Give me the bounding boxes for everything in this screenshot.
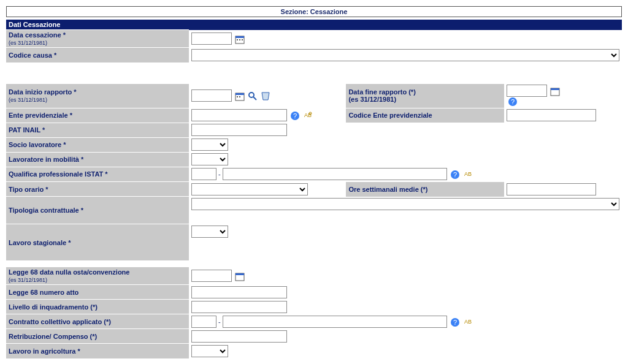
- retribuzione-input[interactable]: [191, 330, 287, 343]
- group-header-dati-cessazione: Dati Cessazione: [6, 20, 622, 30]
- label-socio: Socio lavoratore *: [6, 137, 189, 152]
- spell-icon[interactable]: AB: [303, 111, 313, 121]
- label-text: Legge 68 data nulla osta/convenzione: [9, 268, 129, 276]
- clear-icon[interactable]: [261, 91, 270, 101]
- tipo-orario-select[interactable]: [191, 183, 308, 195]
- label-contratto: Contratto collettivo applicato (*): [6, 314, 189, 329]
- separator-dash: -: [218, 170, 221, 178]
- calendar-icon[interactable]: [235, 91, 245, 101]
- label-stagionale: Lavoro stagionale *: [6, 224, 189, 261]
- svg-rect-25: [236, 273, 244, 275]
- agricoltura-select[interactable]: [191, 345, 228, 357]
- label-text: Data inizio rapporto *: [9, 88, 77, 96]
- spell-icon[interactable]: AB: [463, 170, 473, 180]
- data-fine-input[interactable]: [507, 85, 547, 97]
- calendar-icon[interactable]: [235, 34, 245, 44]
- label-hint: (es 31/12/1981): [9, 97, 47, 103]
- legge68-num-input[interactable]: [191, 286, 287, 298]
- help-icon[interactable]: ?: [290, 111, 300, 121]
- tipologia-select[interactable]: [191, 198, 619, 210]
- contratto-desc-input[interactable]: [223, 316, 447, 328]
- help-icon[interactable]: ?: [508, 97, 518, 107]
- svg-text:?: ?: [453, 319, 457, 326]
- help-icon[interactable]: ?: [450, 317, 460, 327]
- ente-prev-input[interactable]: [191, 109, 287, 121]
- mobilita-select[interactable]: [191, 153, 228, 165]
- label-livello: Livello di inquadramento (*): [6, 300, 189, 314]
- codice-causa-select[interactable]: [191, 49, 619, 61]
- label-hint: (es 31/12/1981): [9, 277, 47, 283]
- label-codice-ente-prev: Codice Ente previdenziale: [346, 108, 504, 123]
- contratto-code-input[interactable]: [191, 316, 216, 328]
- label-ente-prev: Ente previdenziale *: [6, 108, 189, 123]
- qualifica-desc-input[interactable]: [223, 168, 447, 180]
- label-retribuzione: Retribuzione/ Compenso (*): [6, 329, 189, 344]
- label-data-fine: Data fine rapporto (*) (es 31/12/1981): [346, 83, 504, 108]
- livello-input[interactable]: [191, 301, 287, 313]
- svg-point-9: [249, 93, 254, 97]
- svg-text:?: ?: [293, 112, 297, 119]
- svg-rect-7: [237, 96, 238, 97]
- svg-rect-6: [236, 93, 244, 95]
- svg-text:B: B: [308, 112, 312, 118]
- separator-dash: -: [218, 318, 221, 325]
- data-inizio-input[interactable]: [191, 89, 232, 102]
- label-tipologia: Tipologia contrattuale *: [6, 197, 189, 224]
- svg-rect-1: [236, 36, 244, 38]
- spell-icon[interactable]: AB: [463, 317, 473, 327]
- svg-text:?: ?: [453, 171, 457, 178]
- label-text: Data fine rapporto (*): [348, 88, 415, 96]
- svg-text:B: B: [468, 171, 472, 177]
- label-agricoltura: Lavoro in agricoltura *: [6, 344, 189, 358]
- label-hint: (es 31/12/1981): [348, 96, 396, 103]
- label-tipo-orario: Tipo orario *: [6, 182, 189, 197]
- svg-rect-4: [242, 39, 243, 40]
- label-pat-inail: PAT INAIL *: [6, 123, 189, 137]
- label-codice-causa: Codice causa *: [6, 48, 189, 63]
- label-text: Data cessazione *: [9, 31, 66, 39]
- svg-rect-3: [239, 39, 240, 40]
- label-hint: (es 31/12/1981): [9, 40, 47, 46]
- socio-select[interactable]: [191, 138, 228, 151]
- label-legge68-data: Legge 68 data nulla osta/convenzione (es…: [6, 267, 189, 285]
- ore-sett-input[interactable]: [507, 183, 596, 195]
- label-mobilita: Lavoratore in mobilità *: [6, 152, 189, 167]
- label-qualifica: Qualifica professionale ISTAT *: [6, 167, 189, 182]
- svg-rect-8: [239, 96, 240, 97]
- codice-ente-prev-input[interactable]: [507, 109, 596, 121]
- search-icon[interactable]: [248, 91, 258, 101]
- qualifica-code-input[interactable]: [191, 168, 216, 180]
- stagionale-select[interactable]: [191, 226, 228, 238]
- form-table: Dati Cessazione Data cessazione * (es 31…: [6, 20, 622, 358]
- svg-rect-2: [237, 39, 238, 40]
- section-title: Sezione: Cessazione: [6, 6, 622, 17]
- legge68-data-input[interactable]: [191, 270, 232, 282]
- svg-text:B: B: [468, 319, 472, 325]
- label-data-inizio: Data inizio rapporto * (es 31/12/1981): [6, 83, 189, 108]
- label-data-cessazione: Data cessazione * (es 31/12/1981): [6, 30, 189, 48]
- label-legge68-num: Legge 68 numero atto: [6, 285, 189, 300]
- label-ore-sett: Ore settimanali medie (*): [346, 182, 504, 197]
- svg-text:?: ?: [511, 98, 515, 105]
- data-cessazione-input[interactable]: [191, 32, 232, 45]
- calendar-icon[interactable]: [235, 271, 245, 281]
- pat-inail-input[interactable]: [191, 124, 287, 136]
- svg-line-10: [253, 97, 256, 100]
- help-icon[interactable]: ?: [450, 170, 460, 180]
- calendar-icon[interactable]: [550, 86, 560, 96]
- svg-rect-12: [551, 88, 559, 90]
